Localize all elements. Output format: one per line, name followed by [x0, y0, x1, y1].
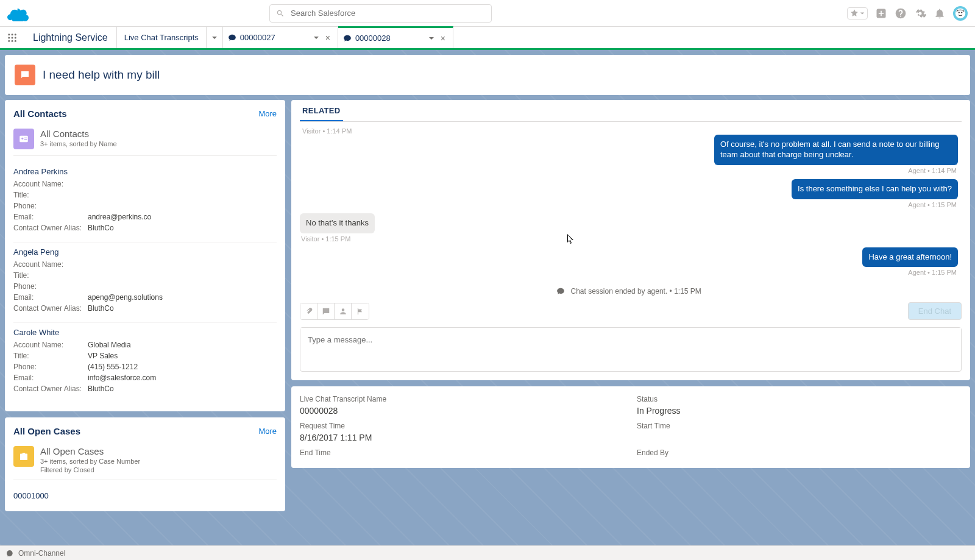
message-bubble: Have a great afternoon!: [862, 247, 958, 268]
message-bubble: Of course, it's no problem at all. I can…: [714, 135, 958, 165]
svg-point-8: [12, 37, 13, 38]
contact-list-item[interactable]: Carole WhiteAccount Name:Global MediaTit…: [13, 323, 277, 403]
field-value: 00000028: [300, 406, 625, 416]
svg-point-14: [21, 138, 23, 140]
chevron-down-icon: [211, 35, 218, 41]
agent-message: Of course, it's no problem at all. I can…: [300, 135, 958, 174]
avatar-icon: [955, 8, 966, 19]
field-label: Live Chat Transcript Name: [300, 395, 625, 403]
flag-button[interactable]: [352, 303, 369, 319]
setup-gear-icon[interactable]: [914, 7, 926, 19]
notifications-bell-icon[interactable]: [934, 7, 946, 19]
svg-rect-16: [24, 139, 27, 140]
message-meta: Agent • 1:15 PM: [907, 269, 958, 276]
contact-name: Andrea Perkins: [13, 167, 277, 176]
more-link[interactable]: More: [258, 109, 277, 118]
svg-point-5: [12, 34, 13, 35]
message-bubble: Is there something else I can help you w…: [792, 179, 958, 199]
nav-list-dropdown[interactable]: [207, 27, 223, 48]
list-subtitle: 3+ items, sorted by Case Number: [40, 458, 140, 465]
header-actions: [847, 6, 968, 21]
message-meta: Visitor • 1:15 PM: [300, 235, 352, 243]
field-label: Ended By: [637, 448, 962, 457]
app-launcher-icon[interactable]: [0, 27, 24, 48]
add-button[interactable]: [875, 7, 887, 19]
workspace-tab-00000028[interactable]: 00000028 ×: [338, 26, 453, 48]
svg-point-9: [15, 37, 16, 38]
chat-meta-top: Visitor • 1:14 PM: [300, 127, 958, 135]
field-value: In Progress: [637, 406, 962, 416]
attach-button[interactable]: [300, 303, 317, 319]
transfer-button[interactable]: [335, 303, 352, 319]
case-list-icon: [13, 446, 34, 467]
chevron-down-icon: [313, 35, 319, 41]
chevron-down-icon: [860, 11, 865, 16]
card-title: All Open Cases: [13, 426, 80, 436]
svg-point-7: [8, 37, 10, 38]
all-open-cases-card: All Open Cases More All Open Cases 3+ it…: [5, 417, 285, 511]
live-chat-icon: [15, 65, 35, 85]
svg-point-2: [959, 12, 960, 13]
case-number[interactable]: 00001000: [13, 491, 277, 500]
user-avatar[interactable]: [953, 6, 968, 21]
close-tab-icon[interactable]: ×: [438, 34, 448, 43]
field-label: Status: [637, 395, 962, 403]
visitor-message: No that's it thanksVisitor • 1:15 PM: [300, 213, 958, 243]
chat-panel: RELATED Visitor • 1:14 PM Of course, it'…: [291, 100, 970, 380]
chat-icon: [556, 287, 565, 296]
chat-icon: [343, 34, 352, 43]
chat-toolbar: End Chat: [300, 299, 962, 324]
global-header: [0, 0, 975, 27]
favorites-dropdown[interactable]: [847, 7, 868, 19]
contact-list-item[interactable]: Andrea PerkinsAccount Name:Title:Phone:E…: [13, 162, 277, 243]
quick-text-button[interactable]: [317, 303, 335, 319]
chat-icon: [228, 34, 236, 42]
chat-ended-notice: Chat session ended by agent. • 1:15 PM: [300, 281, 958, 298]
svg-point-4: [8, 34, 10, 35]
contact-name: Carole White: [13, 328, 277, 337]
contact-list-icon: [13, 129, 34, 149]
end-chat-button[interactable]: End Chat: [908, 302, 962, 320]
transcript-detail-card: Live Chat Transcript Name 00000028 Statu…: [291, 386, 970, 468]
svg-point-10: [8, 40, 10, 41]
close-tab-icon[interactable]: ×: [323, 33, 333, 43]
list-filter: Filtered by Closed: [40, 466, 140, 473]
nav-live-chat-transcripts[interactable]: Live Chat Transcripts: [117, 27, 207, 48]
star-icon: [850, 9, 859, 18]
card-title: All Contacts: [13, 108, 67, 119]
field-value: 8/16/2017 1:11 PM: [300, 433, 625, 442]
field-label: Start Time: [637, 422, 962, 430]
more-link[interactable]: More: [258, 427, 277, 436]
field-label: Request Time: [300, 422, 625, 430]
global-search[interactable]: [269, 4, 492, 23]
chat-message-input[interactable]: [300, 328, 961, 369]
app-nav-bar: Lightning Service Live Chat Transcripts …: [0, 27, 975, 50]
chat-message-list[interactable]: Visitor • 1:14 PM Of course, it's no pro…: [300, 122, 962, 299]
related-tab[interactable]: RELATED: [300, 101, 343, 121]
search-icon: [276, 9, 285, 18]
svg-point-11: [12, 40, 13, 41]
list-subtitle: 3+ items, sorted by Name: [40, 140, 117, 147]
workspace-tab-00000027[interactable]: 00000027 ×: [223, 27, 338, 48]
contact-name: Angela Peng: [13, 247, 277, 257]
help-icon[interactable]: [895, 7, 907, 19]
svg-point-12: [15, 40, 16, 41]
message-meta: Agent • 1:15 PM: [907, 201, 958, 208]
salesforce-logo: [7, 5, 32, 21]
agent-message: Is there something else I can help you w…: [300, 179, 958, 208]
app-name: Lightning Service: [24, 27, 117, 48]
svg-point-6: [15, 34, 16, 35]
page-title: I need help with my bill: [43, 68, 160, 82]
svg-rect-15: [24, 138, 27, 138]
chevron-down-icon: [428, 35, 434, 41]
search-input[interactable]: [291, 9, 485, 18]
svg-point-3: [961, 12, 962, 13]
all-contacts-card: All Contacts More All Contacts 3+ items,…: [5, 100, 285, 411]
message-meta: Agent • 1:14 PM: [907, 167, 958, 174]
message-bubble: No that's it thanks: [300, 213, 375, 233]
contact-list-item[interactable]: Angela PengAccount Name:Title:Phone:Emai…: [13, 243, 277, 323]
agent-message: Have a great afternoon!Agent • 1:15 PM: [300, 247, 958, 277]
record-header: I need help with my bill: [5, 55, 970, 95]
field-label: End Time: [300, 448, 625, 457]
list-title: All Open Cases: [40, 446, 140, 456]
